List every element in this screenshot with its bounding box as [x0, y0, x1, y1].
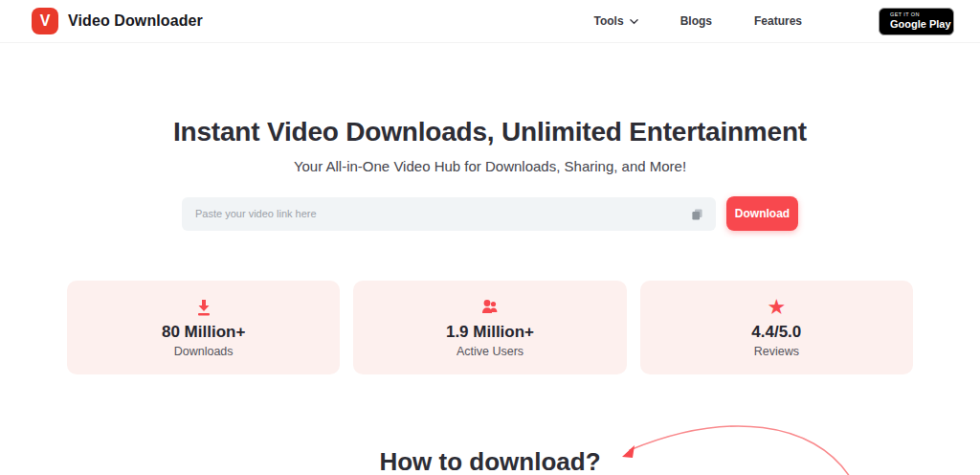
- stat-card-downloads: 80 Million+ Downloads: [67, 281, 340, 374]
- hero-title: Instant Video Downloads, Unlimited Enter…: [0, 117, 980, 147]
- stat-card-active-users: 1.9 Million+ Active Users: [353, 281, 626, 374]
- stat-value: 4.4/5.0: [751, 323, 801, 342]
- store-badge-bottom: Google Play: [890, 19, 951, 30]
- stats-row: 80 Million+ Downloads 1.9 Million+ Activ…: [67, 281, 913, 374]
- paste-icon[interactable]: [689, 206, 705, 222]
- header: V Video Downloader Tools Blogs Features …: [0, 0, 980, 43]
- store-badge-text: GET IT ON Google Play: [890, 12, 951, 31]
- download-icon: [194, 297, 213, 318]
- curved-arrow-icon: [574, 402, 980, 475]
- stat-label: Downloads: [174, 345, 234, 358]
- nav-item-blogs[interactable]: Blogs: [680, 14, 712, 28]
- nav-item-tools-label: Tools: [594, 14, 624, 28]
- stat-value: 80 Million+: [162, 323, 245, 342]
- download-button[interactable]: Download: [726, 196, 798, 231]
- star-icon: ★: [767, 297, 786, 318]
- brand[interactable]: V Video Downloader: [32, 8, 203, 34]
- stat-value: 1.9 Million+: [446, 323, 534, 342]
- store-badge-top: GET IT ON: [890, 12, 951, 18]
- google-play-badge[interactable]: GET IT ON Google Play: [879, 8, 954, 35]
- stat-card-reviews: ★ 4.4/5.0 Reviews: [640, 281, 913, 374]
- brand-name: Video Downloader: [68, 12, 203, 30]
- video-link-input[interactable]: [182, 197, 716, 231]
- nav-item-features[interactable]: Features: [754, 14, 802, 28]
- hero-subtitle: Your All-in-One Video Hub for Downloads,…: [0, 158, 980, 174]
- stat-label: Reviews: [754, 345, 799, 358]
- stat-label: Active Users: [457, 345, 523, 358]
- video-link-input-wrap: [182, 197, 716, 231]
- search-row: Download: [182, 196, 798, 231]
- app-logo-icon: V: [32, 8, 58, 34]
- users-icon: [479, 297, 501, 318]
- nav-item-tools[interactable]: Tools: [594, 14, 638, 28]
- nav: Tools Blogs Features GET IT ON Google Pl…: [594, 8, 954, 35]
- chevron-down-icon: [630, 17, 638, 26]
